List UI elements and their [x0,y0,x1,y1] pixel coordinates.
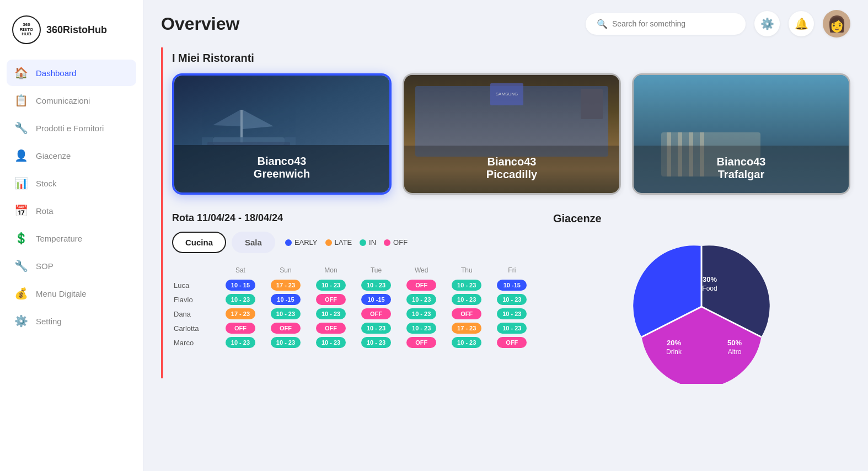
shift-badge-in: 10 - 23 [316,308,346,319]
svg-text:20%: 20% [667,339,681,347]
shift-badge-off: OFF [406,337,436,348]
giacenze-section: Giacenze [553,212,850,378]
shift-cell: 10 - 23 [355,337,398,348]
shift-cell: 10 -15 [355,294,398,305]
sidebar-item-comunicazioni[interactable]: 📋Comunicazioni [7,87,136,114]
card-label-greenwich: Bianco43Greenwich [174,145,389,192]
shift-badge-off: OFF [226,323,255,334]
sidebar-item-menu-digitale[interactable]: 💰Menu Digitale [7,280,136,307]
svg-text:Drink: Drink [666,348,682,356]
shift-cell: 10 - 23 [400,323,443,334]
nav-label-3: Giacenze [36,151,71,160]
sidebar-item-temperature[interactable]: 💲Temperature [7,225,136,251]
shift-cell: 10 - 15 [218,280,262,291]
sidebar-item-stock[interactable]: 📊Stock [7,170,136,196]
shift-cell: OFF [309,323,353,334]
nav-icon-5: 📅 [14,204,28,217]
shift-cell: OFF [490,337,534,348]
nav-icon-6: 💲 [14,232,28,245]
shift-cell: 10 - 23 [309,308,353,319]
legend-in: IN [360,238,376,247]
nav-icon-7: 🔧 [14,259,28,272]
rota-name-carlotta: Carlotta [174,323,217,334]
rota-name-flavio: Flavio [174,294,217,305]
sidebar-item-sop[interactable]: 🔧SOP [7,253,136,279]
svg-text:Food: Food [703,285,717,292]
giacenze-title: Giacenze [553,212,850,225]
nav-label-0: Dashboard [36,68,76,78]
shift-badge-in: 10 - 23 [361,280,391,291]
shift-badge-in: 10 - 23 [452,337,481,348]
notifications-button[interactable]: 🔔 [789,11,814,36]
avatar[interactable]: 👩 [823,10,850,38]
nav-label-7: SOP [36,261,53,271]
nav-icon-3: 👤 [14,149,28,162]
shift-badge-in: 10 - 23 [497,294,527,305]
rota-name-dana: Dana [174,308,217,319]
rota-name-marco: Marco [174,337,217,348]
logo-area: 360RISTOHUB 360RistoHub [0,10,143,60]
content: I Miei Ristoranti [143,47,868,471]
nav-label-2: Prodotti e Fornitori [36,124,104,133]
shift-badge-in: 10 - 23 [316,280,346,291]
main-area: Overview 🔍 ⚙️ 🔔 👩 I Miei Ristoranti [143,0,868,471]
shift-badge-in: 10 - 23 [226,337,255,348]
legend-early: EARLY [285,238,318,247]
logo-icon: 360RISTOHUB [12,15,41,44]
rota-table: SatSunMonTueWedThuFri Luca10 - 1517 - 23… [172,263,535,351]
table-row: Dana17 - 2310 - 2310 - 23OFF10 - 23OFF10… [174,308,534,319]
shift-cell: 17 - 23 [218,308,262,319]
search-input[interactable] [612,19,735,28]
shift-cell: 10 - 23 [264,337,307,348]
tab-sala[interactable]: Sala [232,232,275,253]
shift-cell: 10 - 23 [355,280,398,291]
restaurant-card-trafalgar[interactable]: Bianco43Trafalgar [632,73,850,195]
shift-badge-off: OFF [497,337,527,348]
shift-badge-off: OFF [406,280,436,291]
shift-cell: 17 - 23 [445,323,489,334]
shift-badge-in: 10 - 23 [406,294,436,305]
shift-cell: OFF [400,280,443,291]
shift-cell: 10 - 23 [445,294,489,305]
shift-cell: 10 - 23 [400,294,443,305]
sidebar-item-dashboard[interactable]: 🏠Dashboard [7,60,136,86]
shift-cell: 10 - 23 [445,280,489,291]
nav-label-1: Comunicazioni [36,96,90,105]
shift-cell: 10 -15 [264,294,307,305]
settings-button[interactable]: ⚙️ [754,11,780,36]
restaurants-title: I Miei Ristoranti [172,52,850,65]
shift-cell: 10 - 23 [309,280,353,291]
sidebar-item-setting[interactable]: ⚙️Setting [7,308,136,334]
shift-badge-early: 10 -15 [271,294,301,305]
restaurant-card-piccadilly[interactable]: SAMSUNG Bianco43Piccadilly [403,73,621,195]
rota-day-sat: Sat [218,266,262,276]
shift-cell: 17 - 23 [264,280,307,291]
shift-cell: 10 - 23 [264,308,307,319]
donut-chart: 30% Food 20% Drink 50% Altro [624,229,779,384]
tab-cucina[interactable]: Cucina [172,232,226,253]
sidebar-item-giacenze[interactable]: 👤Giacenze [7,142,136,169]
sidebar-item-prodotti-e-fornitori[interactable]: 🔧Prodotti e Fornitori [7,115,136,141]
shift-cell: 10 - 23 [445,337,489,348]
shift-badge-in: 10 - 23 [361,337,391,348]
shift-badge-off: OFF [316,294,346,305]
search-bar[interactable]: 🔍 [586,13,746,35]
sidebar-item-rota[interactable]: 📅Rota [7,197,136,224]
page-title: Overview [161,14,577,34]
shift-cell: OFF [309,294,353,305]
shift-cell: 10 - 23 [218,337,262,348]
table-row: Marco10 - 2310 - 2310 - 2310 - 23OFF10 -… [174,337,534,348]
shift-badge-early: 10 - 15 [226,280,255,291]
nav-icon-0: 🏠 [14,66,28,79]
shift-badge-early: 10 -15 [361,294,391,305]
bottom-row: Rota 11/04/24 - 18/04/24 Cucina Sala EAR… [172,212,850,378]
rota-day-wed: Wed [400,266,443,276]
card-label-trafalgar: Bianco43Trafalgar [634,146,849,193]
restaurant-card-greenwich[interactable]: Bianco43Greenwich [172,73,392,195]
content-inner: I Miei Ristoranti [161,47,850,378]
shift-badge-late: 17 - 23 [226,308,255,319]
nav-label-6: Temperature [36,234,82,243]
shift-badge-in: 10 - 23 [452,294,481,305]
table-row: Flavio10 - 2310 -15OFF10 -1510 - 2310 - … [174,294,534,305]
legend-off: OFF [384,238,408,247]
